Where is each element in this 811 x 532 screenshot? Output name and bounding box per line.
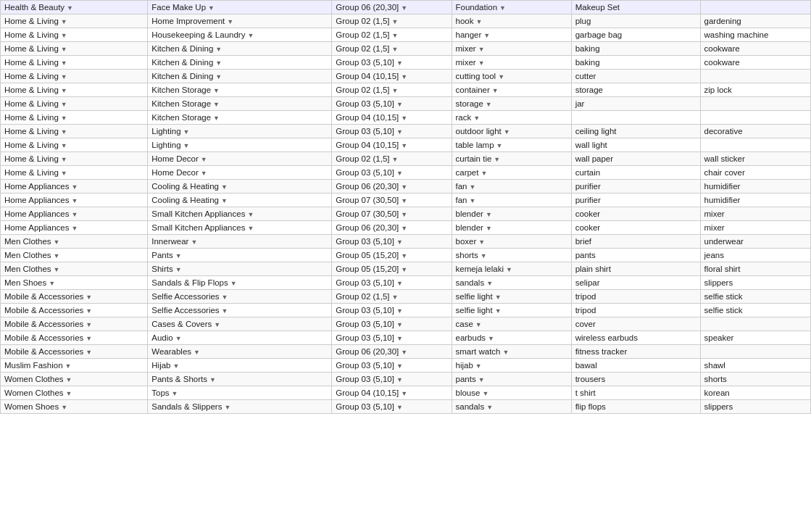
dropdown-icon[interactable]: ▼: [470, 197, 476, 204]
dropdown-icon[interactable]: ▼: [486, 280, 493, 287]
table-cell[interactable]: outdoor light▼: [452, 125, 571, 138]
dropdown-icon[interactable]: ▼: [247, 211, 254, 218]
dropdown-icon[interactable]: ▼: [230, 280, 237, 287]
table-cell[interactable]: Group 07 (30,50]▼: [332, 194, 452, 207]
dropdown-icon[interactable]: ▼: [61, 142, 67, 149]
table-cell[interactable]: selfie light▼: [452, 290, 571, 304]
dropdown-icon[interactable]: ▼: [61, 87, 67, 94]
table-cell[interactable]: Home Decor▼: [148, 152, 332, 166]
dropdown-icon[interactable]: ▼: [401, 73, 407, 80]
table-cell[interactable]: Pants▼: [148, 249, 332, 262]
dropdown-icon[interactable]: ▼: [475, 321, 482, 328]
dropdown-icon[interactable]: ▼: [221, 183, 228, 191]
table-cell[interactable]: fan▼: [452, 180, 571, 194]
dropdown-icon[interactable]: ▼: [183, 128, 190, 136]
dropdown-icon[interactable]: ▼: [61, 73, 67, 80]
table-cell[interactable]: Group 02 (1,5]▼: [332, 290, 452, 304]
table-cell[interactable]: Shirts▼: [148, 262, 332, 276]
dropdown-icon[interactable]: ▼: [54, 266, 60, 273]
dropdown-icon[interactable]: ▼: [214, 321, 220, 328]
table-cell[interactable]: smart watch▼: [452, 345, 571, 359]
table-cell[interactable]: Selfie Accessories▼: [148, 290, 332, 304]
table-cell[interactable]: Home Appliances▼: [1, 194, 148, 207]
table-cell[interactable]: boxer▼: [452, 235, 571, 249]
dropdown-icon[interactable]: ▼: [221, 197, 228, 204]
dropdown-icon[interactable]: ▼: [86, 307, 92, 315]
table-cell[interactable]: Group 03 (5,10]▼: [332, 373, 452, 386]
table-cell[interactable]: Kitchen & Dining▼: [148, 70, 332, 83]
dropdown-icon[interactable]: ▼: [67, 4, 73, 12]
dropdown-icon[interactable]: ▼: [392, 156, 399, 163]
table-cell[interactable]: Home & Living▼: [1, 83, 148, 97]
table-cell[interactable]: Pants & Shorts▼: [148, 373, 332, 386]
dropdown-icon[interactable]: ▼: [495, 307, 502, 315]
table-cell[interactable]: Sandals & Flip Flops▼: [148, 276, 332, 290]
table-cell[interactable]: Small Kitchen Appliances▼: [148, 221, 332, 235]
table-cell[interactable]: mixer▼: [452, 42, 571, 56]
table-cell[interactable]: Group 04 (10,15]▼: [332, 111, 452, 125]
table-cell[interactable]: Home & Living▼: [1, 125, 148, 138]
dropdown-icon[interactable]: ▼: [61, 128, 67, 136]
table-cell[interactable]: Home & Living▼: [1, 111, 148, 125]
dropdown-icon[interactable]: ▼: [396, 404, 403, 411]
table-cell[interactable]: Group 03 (5,10]▼: [332, 235, 452, 249]
dropdown-icon[interactable]: ▼: [172, 362, 179, 370]
dropdown-icon[interactable]: ▼: [392, 46, 399, 53]
dropdown-icon[interactable]: ▼: [86, 335, 92, 342]
dropdown-icon[interactable]: ▼: [482, 390, 488, 397]
dropdown-icon[interactable]: ▼: [201, 170, 207, 177]
dropdown-icon[interactable]: ▼: [208, 4, 215, 12]
dropdown-icon[interactable]: ▼: [475, 362, 482, 370]
table-cell[interactable]: Group 03 (5,10]▼: [332, 317, 452, 331]
table-cell[interactable]: blouse▼: [452, 386, 571, 400]
table-cell[interactable]: Group 04 (10,15]▼: [332, 138, 452, 152]
table-cell[interactable]: Women Clothes▼: [1, 386, 148, 400]
dropdown-icon[interactable]: ▼: [61, 46, 67, 53]
dropdown-icon[interactable]: ▼: [401, 142, 407, 149]
dropdown-icon[interactable]: ▼: [213, 115, 220, 122]
dropdown-icon[interactable]: ▼: [222, 307, 228, 315]
dropdown-icon[interactable]: ▼: [61, 101, 67, 108]
dropdown-icon[interactable]: ▼: [54, 238, 60, 246]
table-cell[interactable]: Home & Living▼: [1, 70, 148, 83]
table-cell[interactable]: rack▼: [452, 111, 571, 125]
dropdown-icon[interactable]: ▼: [86, 321, 92, 328]
dropdown-icon[interactable]: ▼: [401, 4, 407, 12]
table-cell[interactable]: carpet▼: [452, 166, 571, 180]
table-cell[interactable]: sandals▼: [452, 276, 571, 290]
table-cell[interactable]: Home & Living▼: [1, 56, 148, 70]
table-cell[interactable]: Innerwear▼: [148, 235, 332, 249]
dropdown-icon[interactable]: ▼: [209, 376, 216, 383]
dropdown-icon[interactable]: ▼: [401, 266, 407, 273]
dropdown-icon[interactable]: ▼: [396, 376, 403, 383]
table-cell[interactable]: blender▼: [452, 221, 571, 235]
dropdown-icon[interactable]: ▼: [470, 183, 476, 191]
dropdown-icon[interactable]: ▼: [401, 225, 407, 232]
dropdown-icon[interactable]: ▼: [504, 128, 510, 136]
dropdown-icon[interactable]: ▼: [183, 142, 190, 149]
table-cell[interactable]: curtain tie▼: [452, 152, 571, 166]
dropdown-icon[interactable]: ▼: [396, 59, 403, 67]
dropdown-icon[interactable]: ▼: [488, 335, 494, 342]
dropdown-icon[interactable]: ▼: [215, 73, 222, 80]
dropdown-icon[interactable]: ▼: [224, 404, 230, 411]
table-cell[interactable]: hanger▼: [452, 28, 571, 42]
table-cell[interactable]: Group 06 (20,30]▼: [332, 345, 452, 359]
dropdown-icon[interactable]: ▼: [478, 59, 485, 67]
dropdown-icon[interactable]: ▼: [494, 156, 500, 163]
dropdown-icon[interactable]: ▼: [392, 294, 399, 301]
table-cell[interactable]: kemeja lelaki▼: [452, 262, 571, 276]
table-cell[interactable]: Cooling & Heating▼: [148, 180, 332, 194]
dropdown-icon[interactable]: ▼: [72, 211, 78, 218]
table-cell[interactable]: Muslim Fashion▼: [1, 359, 148, 373]
dropdown-icon[interactable]: ▼: [475, 18, 482, 25]
dropdown-icon[interactable]: ▼: [481, 170, 487, 177]
dropdown-icon[interactable]: ▼: [401, 183, 407, 191]
table-cell[interactable]: Mobile & Accessories▼: [1, 317, 148, 331]
table-cell[interactable]: sandals▼: [452, 400, 571, 414]
table-cell[interactable]: Group 02 (1,5]▼: [332, 152, 452, 166]
table-cell[interactable]: earbuds▼: [452, 331, 571, 345]
dropdown-icon[interactable]: ▼: [478, 376, 485, 383]
table-cell[interactable]: shorts▼: [452, 249, 571, 262]
dropdown-icon[interactable]: ▼: [247, 225, 254, 232]
